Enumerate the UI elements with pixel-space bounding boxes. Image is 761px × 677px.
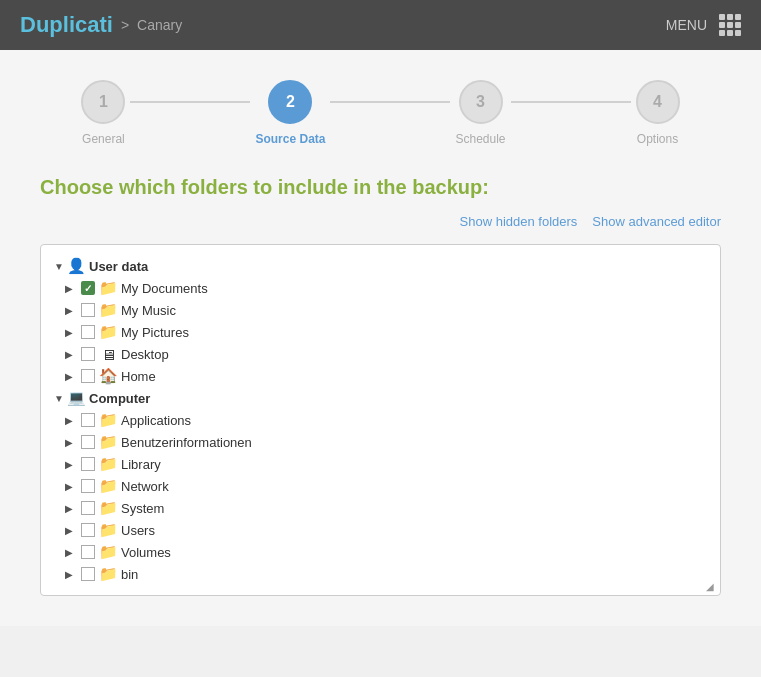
- step-general: 1 General: [81, 80, 125, 146]
- toggle-system[interactable]: [61, 500, 77, 516]
- icon-user-data: 👤: [67, 257, 85, 275]
- file-tree-container[interactable]: 👤 User data ✓ 📁 My Documents 📁 My Music …: [40, 244, 721, 596]
- show-advanced-editor-link[interactable]: Show advanced editor: [592, 214, 721, 229]
- checkbox-my-documents[interactable]: ✓: [81, 281, 95, 295]
- grid-dot: [719, 22, 725, 28]
- step-line-1-2: [130, 101, 250, 103]
- label-benutzerinformationen[interactable]: Benutzerinformationen: [121, 435, 252, 450]
- step-general-number: 1: [99, 93, 108, 111]
- toggle-my-documents[interactable]: [61, 280, 77, 296]
- step-line-2-3: [330, 101, 450, 103]
- checkbox-benutzerinformationen[interactable]: [81, 435, 95, 449]
- checkbox-users[interactable]: [81, 523, 95, 537]
- tree-node-computer: 💻 Computer: [51, 387, 710, 409]
- step-line-3-4: [511, 101, 631, 103]
- tree-node-system: 📁 System: [51, 497, 710, 519]
- label-my-music[interactable]: My Music: [121, 303, 176, 318]
- checkbox-network[interactable]: [81, 479, 95, 493]
- toggle-benutzerinformationen[interactable]: [61, 434, 77, 450]
- toggle-my-music[interactable]: [61, 302, 77, 318]
- label-desktop[interactable]: Desktop: [121, 347, 169, 362]
- label-applications[interactable]: Applications: [121, 413, 191, 428]
- header-separator: >: [121, 17, 129, 33]
- grid-dot: [727, 30, 733, 36]
- icon-computer: 💻: [67, 389, 85, 407]
- tree-node-home: 🏠 Home: [51, 365, 710, 387]
- label-home[interactable]: Home: [121, 369, 156, 384]
- tree-node-users: 📁 Users: [51, 519, 710, 541]
- checkbox-desktop[interactable]: [81, 347, 95, 361]
- icon-benutzerinformationen: 📁: [99, 433, 117, 451]
- resize-handle[interactable]: ◢: [706, 581, 718, 593]
- tree-node-volumes: 📁 Volumes: [51, 541, 710, 563]
- app-header: Duplicati > Canary MENU: [0, 0, 761, 50]
- label-system[interactable]: System: [121, 501, 164, 516]
- show-hidden-folders-link[interactable]: Show hidden folders: [460, 214, 578, 229]
- header-right: MENU: [666, 14, 741, 36]
- label-network[interactable]: Network: [121, 479, 169, 494]
- checkbox-my-music[interactable]: [81, 303, 95, 317]
- step-schedule-number: 3: [476, 93, 485, 111]
- step-options-number: 4: [653, 93, 662, 111]
- toggle-bin[interactable]: [61, 566, 77, 582]
- label-user-data[interactable]: User data: [89, 259, 148, 274]
- step-schedule-container: 3 Schedule: [455, 80, 505, 146]
- label-users[interactable]: Users: [121, 523, 155, 538]
- page-title: Choose which folders to include in the b…: [40, 176, 721, 199]
- toggle-library[interactable]: [61, 456, 77, 472]
- step-schedule-label: Schedule: [455, 132, 505, 146]
- tree-node-applications: 📁 Applications: [51, 409, 710, 431]
- icon-home: 🏠: [99, 367, 117, 385]
- grid-dot: [727, 22, 733, 28]
- tree-node-desktop: 🖥 Desktop: [51, 343, 710, 365]
- tree-node-my-pictures: 📁 My Pictures: [51, 321, 710, 343]
- header-left: Duplicati > Canary: [20, 12, 182, 38]
- step-schedule: 3 Schedule: [455, 80, 505, 146]
- step-source-circle: 2: [268, 80, 312, 124]
- toggle-volumes[interactable]: [61, 544, 77, 560]
- label-my-pictures[interactable]: My Pictures: [121, 325, 189, 340]
- checkbox-library[interactable]: [81, 457, 95, 471]
- label-library[interactable]: Library: [121, 457, 161, 472]
- checkbox-volumes[interactable]: [81, 545, 95, 559]
- toggle-user-data[interactable]: [51, 258, 67, 274]
- tree-node-network: 📁 Network: [51, 475, 710, 497]
- toggle-home[interactable]: [61, 368, 77, 384]
- label-computer[interactable]: Computer: [89, 391, 150, 406]
- icon-bin: 📁: [99, 565, 117, 583]
- checkbox-home[interactable]: [81, 369, 95, 383]
- main-content: 1 General 2 Source Data 3 Schedule: [0, 50, 761, 626]
- tree-node-user-data: 👤 User data: [51, 255, 710, 277]
- checkbox-applications[interactable]: [81, 413, 95, 427]
- label-volumes[interactable]: Volumes: [121, 545, 171, 560]
- step-general-container: 1 General: [81, 80, 125, 146]
- step-source-number: 2: [286, 93, 295, 111]
- step-general-label: General: [82, 132, 125, 146]
- checkbox-bin[interactable]: [81, 567, 95, 581]
- toggle-users[interactable]: [61, 522, 77, 538]
- grid-dot: [727, 14, 733, 20]
- checkbox-my-pictures[interactable]: [81, 325, 95, 339]
- menu-label[interactable]: MENU: [666, 17, 707, 33]
- grid-dot: [735, 22, 741, 28]
- checkbox-system[interactable]: [81, 501, 95, 515]
- links-row: Show hidden folders Show advanced editor: [40, 214, 721, 229]
- icon-system: 📁: [99, 499, 117, 517]
- toggle-applications[interactable]: [61, 412, 77, 428]
- step-source: 2 Source Data: [255, 80, 325, 146]
- step-options-container: 4 Options: [636, 80, 680, 146]
- toggle-my-pictures[interactable]: [61, 324, 77, 340]
- icon-network: 📁: [99, 477, 117, 495]
- app-title: Duplicati: [20, 12, 113, 38]
- toggle-computer[interactable]: [51, 390, 67, 406]
- label-bin[interactable]: bin: [121, 567, 138, 582]
- toggle-desktop[interactable]: [61, 346, 77, 362]
- label-my-documents[interactable]: My Documents: [121, 281, 208, 296]
- grid-menu-icon[interactable]: [719, 14, 741, 36]
- icon-desktop: 🖥: [99, 345, 117, 363]
- tree-node-benutzerinformationen: 📁 Benutzerinformationen: [51, 431, 710, 453]
- tree-node-my-documents: ✓ 📁 My Documents: [51, 277, 710, 299]
- icon-my-music: 📁: [99, 301, 117, 319]
- toggle-network[interactable]: [61, 478, 77, 494]
- step-source-container: 2 Source Data: [255, 80, 325, 146]
